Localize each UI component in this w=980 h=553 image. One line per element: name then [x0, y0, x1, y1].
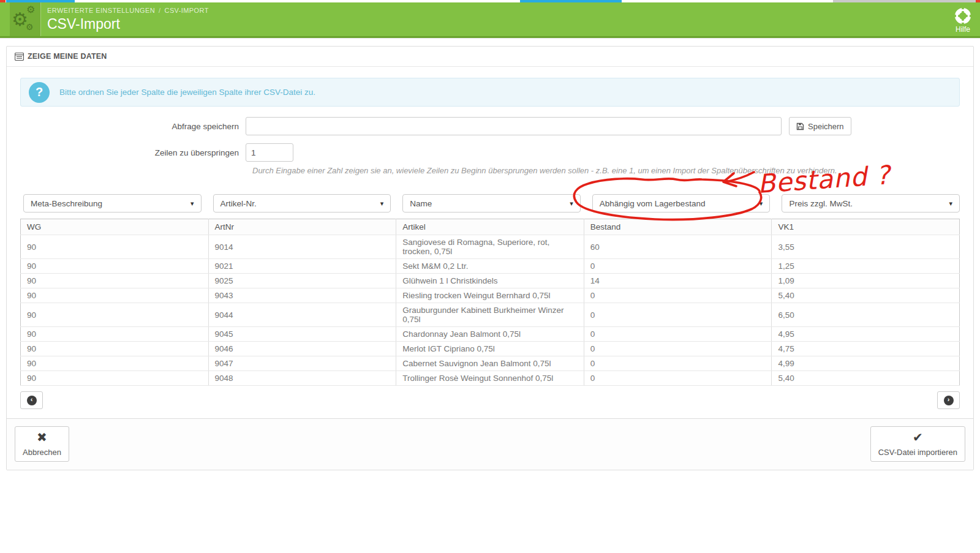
table-header-row: WGArtNrArtikelBestandVK1 — [21, 219, 960, 235]
table-cell: 1,09 — [772, 274, 960, 288]
life-buoy-icon — [954, 7, 971, 24]
info-text: Bitte ordnen Sie jeder Spalte die jeweil… — [59, 88, 315, 97]
table-cell: 90 — [21, 371, 209, 386]
column-mapping-select-2[interactable]: Artikel-Nr.▾ — [213, 194, 391, 213]
x-icon: ✖ — [37, 431, 47, 444]
table-cell: 4,95 — [772, 327, 960, 342]
table-row: 909021Sekt M&M 0,2 Ltr.01,25 — [21, 259, 960, 274]
save-button-label: Speichern — [808, 122, 844, 131]
column-mapping-select-5[interactable]: Preis zzgl. MwSt.▾ — [782, 194, 960, 213]
page: ⚙ ⚙ ⚙ ERWEITERTE EINSTELLUNGEN/CSV-IMPOR… — [0, 0, 980, 553]
table-cell: 1,25 — [772, 259, 960, 274]
import-label: CSV-Datei importieren — [878, 448, 957, 457]
save-query-input[interactable] — [246, 117, 782, 135]
column-mapping-select-4[interactable]: Abhängig vom Lagerbestand▾ — [592, 194, 771, 213]
table-cell: Glühwein 1 l Christkindels — [396, 274, 584, 288]
pager: ‹ › — [20, 391, 960, 409]
module-icon-box: ⚙ ⚙ ⚙ — [10, 2, 40, 36]
chevron-left-circle-icon: ‹ — [27, 396, 37, 405]
table-row: 909014Sangiovese di Romagna, Superiore, … — [21, 235, 960, 259]
save-query-label: Abfrage speichern — [20, 122, 246, 131]
question-icon: ? — [29, 82, 50, 103]
panel-title: ZEIGE MEINE DATEN — [28, 52, 107, 61]
select-value: Abhängig vom Lagerbestand — [600, 199, 706, 208]
table-cell: 9043 — [208, 288, 396, 303]
breadcrumb-item-parent[interactable]: ERWEITERTE EINSTELLUNGEN — [47, 7, 155, 14]
chevron-right-circle-icon: › — [944, 396, 954, 405]
save-query-row: Abfrage speichern Speichern — [20, 117, 960, 135]
table-row: 909043Riesling trocken Weingut Bernhard … — [21, 288, 960, 303]
floppy-disk-icon — [796, 122, 804, 130]
prev-page-button[interactable]: ‹ — [20, 391, 43, 409]
column-mapping-select-3[interactable]: Name▾ — [402, 194, 581, 213]
help-button[interactable]: Hilfe — [954, 7, 971, 34]
next-page-button[interactable]: › — [937, 391, 960, 409]
cancel-label: Abbrechen — [23, 448, 61, 457]
table-cell: 9047 — [208, 356, 396, 371]
table-cell: 0 — [584, 288, 772, 303]
table-cell: 0 — [584, 303, 772, 327]
chevron-down-icon: ▾ — [949, 200, 952, 208]
table-row: 909048Trollinger Rosè Weingut Sonnenhof … — [21, 371, 960, 386]
select-value: Artikel-Nr. — [221, 199, 257, 208]
table-cell: 5,40 — [772, 288, 960, 303]
table-cell: 0 — [584, 356, 772, 371]
table-cell: 0 — [584, 327, 772, 342]
table-cell: 90 — [21, 327, 209, 342]
table-cell: 9048 — [208, 371, 396, 386]
table-cell: Grauburgunder Kabinett Burkheimer Winzer… — [396, 303, 584, 327]
table-cell: 0 — [584, 342, 772, 356]
table-cell: 90 — [21, 274, 209, 288]
chevron-down-icon: ▾ — [760, 200, 763, 208]
table-cell: 4,99 — [772, 356, 960, 371]
csv-import-panel: ZEIGE MEINE DATEN ? Bitte ordnen Sie jed… — [6, 46, 974, 470]
table-cell: Trollinger Rosè Weingut Sonnenhof 0,75l — [396, 371, 584, 386]
info-box: ? Bitte ordnen Sie jeder Spalte die jewe… — [20, 78, 960, 107]
checkmark-icon: ✔ — [913, 431, 923, 444]
chevron-down-icon: ▾ — [380, 200, 384, 208]
table-row: 909047Cabernet Sauvignon Jean Balmont 0,… — [21, 356, 960, 371]
table-cell: 90 — [21, 288, 209, 303]
table-cell: 6,50 — [772, 303, 960, 327]
column-header: VK1 — [772, 219, 960, 235]
save-query-button[interactable]: Speichern — [789, 117, 851, 135]
skip-rows-row: Zeilen zu überspringen — [20, 143, 960, 162]
table-cell: 5,40 — [772, 371, 960, 386]
table-cell: 90 — [21, 235, 209, 259]
table-cell: 60 — [584, 235, 772, 259]
table-cell: 3,55 — [772, 235, 960, 259]
column-mapping-select-1[interactable]: Meta-Beschreibung▾ — [23, 194, 202, 213]
table-cell: 9021 — [208, 259, 396, 274]
table-cell: 14 — [584, 274, 772, 288]
table-cell: 9014 — [208, 235, 396, 259]
table-cell: Sangiovese di Romagna, Superiore, rot, t… — [396, 235, 584, 259]
skip-rows-label: Zeilen zu überspringen — [20, 148, 246, 157]
table-cell: 90 — [21, 303, 209, 327]
help-label: Hilfe — [956, 25, 970, 34]
column-header: ArtNr — [208, 219, 396, 235]
column-header: Artikel — [396, 219, 584, 235]
table-row: 909046Merlot IGT Cipriano 0,75l04,75 — [21, 342, 960, 356]
gears-icon: ⚙ — [26, 5, 35, 15]
table-row: 909044Grauburgunder Kabinett Burkheimer … — [21, 303, 960, 327]
table-cell: 0 — [584, 371, 772, 386]
column-header: Bestand — [584, 219, 772, 235]
panel-heading: ZEIGE MEINE DATEN — [7, 47, 973, 67]
table-cell: 4,75 — [772, 342, 960, 356]
table-row: 909025Glühwein 1 l Christkindels141,09 — [21, 274, 960, 288]
app-header: ⚙ ⚙ ⚙ ERWEITERTE EINSTELLUNGEN/CSV-IMPOR… — [0, 2, 980, 38]
csv-preview-table: WGArtNrArtikelBestandVK1 909014Sangioves… — [20, 219, 960, 386]
page-title: CSV-Import — [47, 16, 209, 32]
select-value: Meta-Beschreibung — [31, 199, 102, 208]
skip-rows-input[interactable] — [246, 143, 293, 162]
gears-icon: ⚙ — [26, 23, 34, 31]
table-cell: Chardonnay Jean Balmont 0,75l — [396, 327, 584, 342]
form-area: Abfrage speichern Speichern Zeilen zu üb… — [20, 117, 960, 175]
import-button[interactable]: ✔ CSV-Datei importieren — [870, 426, 965, 462]
table-cell: 9046 — [208, 342, 396, 356]
header-divider — [40, 2, 41, 36]
cancel-button[interactable]: ✖ Abbrechen — [15, 426, 69, 462]
breadcrumb-item-current[interactable]: CSV-IMPORT — [165, 7, 209, 14]
breadcrumb-separator: / — [159, 7, 160, 14]
table-cell: Riesling trocken Weingut Bernhard 0,75l — [396, 288, 584, 303]
